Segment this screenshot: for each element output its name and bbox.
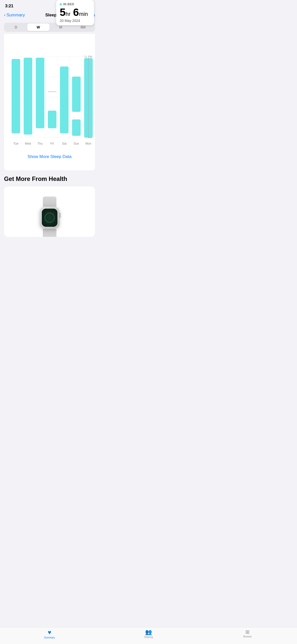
sleep-bar-tue[interactable] [12,59,20,133]
sleep-bar-sun-main[interactable] [72,77,81,112]
svg-text:Sat: Sat [62,142,67,145]
period-btn-d[interactable]: D [5,23,27,31]
show-more-label[interactable]: Show More Sleep Data [27,154,72,159]
svg-text:Mon: Mon [85,142,91,145]
tooltip-label: IN BED [60,3,90,6]
svg-text:Sun: Sun [74,142,79,145]
back-chevron-icon: ‹ [4,12,6,18]
watch-band-bottom [43,229,56,237]
show-more-button[interactable]: Show More Sleep Data [4,150,95,164]
tooltip-dot [60,3,62,5]
back-button[interactable]: ‹ Summary [4,13,25,18]
tooltip-time: 5hr 6min [60,7,90,18]
watch-crown [59,213,61,218]
watch-illustration [37,197,62,227]
sleep-bar-thu[interactable] [36,58,44,128]
sleep-bar-sun-secondary[interactable] [72,119,81,136]
get-more-title: Get More From Health [4,175,95,182]
page-title: Sleep [45,13,57,18]
svg-text:Thu: Thu [38,142,43,145]
back-label: Summary [7,13,25,18]
watch-screen [42,209,57,227]
sleep-bar-fri[interactable] [48,111,56,128]
watch-screen-circle [45,213,55,223]
svg-text:Wed: Wed [25,142,31,145]
watch-band-top [43,197,56,207]
watch-screen-content [42,209,57,227]
status-time: 3:21 [5,4,13,9]
bottom-spacer [0,237,99,262]
period-btn-w[interactable]: W [27,23,50,31]
sleep-bar-wed[interactable] [24,58,32,135]
get-more-section: Get More From Health [0,170,99,237]
get-more-card [4,186,95,237]
sleep-bar-sat[interactable] [60,67,69,133]
svg-text:Tue: Tue [13,142,19,145]
watch-case [40,207,60,229]
sleep-tooltip: IN BED 5hr 6min 20 May 2024 [56,0,94,25]
tooltip-date: 20 May 2024 [60,19,90,23]
sleep-chart-area: IN BED 5hr 6min 20 May 2024 11 PM 1 AM 3… [4,34,95,150]
sleep-chart-svg: 11 PM 1 AM 3 AM 5 AM 7 AM [4,34,95,150]
svg-text:Fri: Fri [50,142,54,145]
watch-body [37,197,62,227]
show-more-container: Show More Sleep Data [4,150,95,170]
